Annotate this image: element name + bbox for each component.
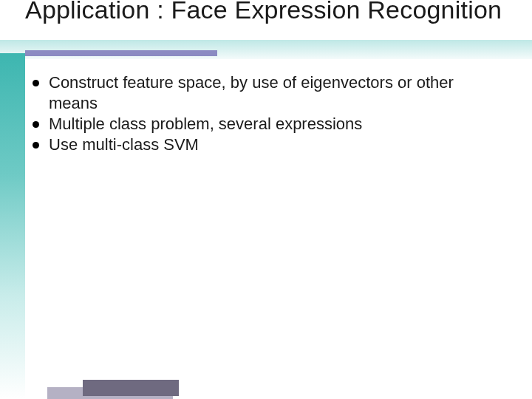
top-gradient-band (0, 40, 532, 59)
bottom-decoration (47, 378, 195, 399)
bullet-list: Construct feature space, by use of eigen… (30, 72, 502, 156)
deco-bar-front (83, 380, 179, 396)
left-gradient-stripe (0, 53, 25, 399)
title-underline (25, 50, 217, 56)
slide-body: Construct feature space, by use of eigen… (30, 72, 502, 156)
bullet-item: Use multi-class SVM (30, 134, 502, 155)
bullet-item: Construct feature space, by use of eigen… (30, 72, 502, 114)
slide-title: Application : Face Expression Recognitio… (25, 0, 517, 24)
bullet-item: Multiple class problem, several expressi… (30, 114, 502, 134)
